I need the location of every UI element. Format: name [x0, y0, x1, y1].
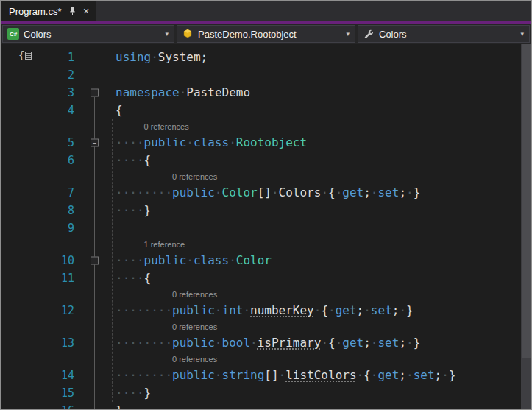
breakpoint-margin[interactable]	[1, 352, 33, 367]
outlining-margin	[80, 269, 110, 287]
breakpoint-margin[interactable]	[1, 202, 33, 219]
code-text: ····public·class·Color	[110, 252, 521, 269]
code-line[interactable]: 3−namespace·PasteDemo	[1, 84, 521, 102]
breakpoint-margin[interactable]	[1, 334, 33, 352]
line-number: 11	[33, 269, 80, 287]
breakpoint-margin[interactable]	[1, 237, 33, 252]
project-dropdown[interactable]: C# Colors ▾	[2, 25, 174, 43]
code-line[interactable]: 7········public·Color[]·Colors·{·get;·se…	[1, 184, 521, 202]
code-text: {	[110, 102, 521, 119]
codelens-references-link[interactable]: 0 references	[110, 119, 521, 134]
codelens-references-link[interactable]: 0 references	[110, 319, 521, 334]
fold-collapse-button[interactable]: −	[91, 257, 99, 265]
pin-icon[interactable]	[68, 7, 77, 15]
breakpoint-margin[interactable]	[1, 152, 33, 169]
code-token: ········	[116, 303, 172, 317]
codelens-line[interactable]: 0 references	[1, 287, 521, 302]
codelens-references-link[interactable]: 1 reference	[110, 237, 521, 252]
codelens-line[interactable]: 0 references	[1, 319, 521, 334]
breakpoint-margin[interactable]	[1, 84, 33, 102]
code-line[interactable]: 1using·System;	[1, 49, 521, 66]
breakpoint-margin[interactable]	[1, 219, 33, 237]
breakpoint-margin[interactable]	[1, 134, 33, 152]
breakpoint-margin[interactable]	[1, 66, 33, 84]
code-token: namespace	[116, 85, 180, 99]
codelens-references-link[interactable]: 0 references	[110, 287, 521, 302]
code-line[interactable]: 2	[1, 66, 521, 84]
type-dropdown-label: PasteDemo.Rootobject	[198, 29, 297, 40]
codelens-references-link[interactable]: 0 references	[110, 169, 521, 184]
code-token: ;	[399, 185, 406, 199]
breakpoint-margin[interactable]	[1, 302, 33, 319]
navigation-bar: C# Colors ▾ PasteDemo.Rootobject ▾ Color…	[1, 24, 531, 44]
tab-program-cs[interactable]: Program.cs* ✕	[1, 1, 96, 21]
code-line[interactable]: 14········public·string[]·listColors·{·g…	[1, 367, 521, 384]
line-number: 6	[33, 152, 80, 169]
breakpoint-margin[interactable]	[1, 184, 33, 202]
breakpoint-margin[interactable]	[1, 319, 33, 334]
code-token: ·	[399, 303, 406, 317]
chevron-down-icon[interactable]: ▾	[344, 31, 351, 38]
breakpoint-margin[interactable]	[1, 252, 33, 269]
codelens-line[interactable]: 0 references	[1, 119, 521, 134]
outlining-margin: −	[80, 252, 110, 269]
close-icon[interactable]: ✕	[83, 7, 90, 15]
breakpoint-margin[interactable]	[1, 402, 33, 409]
code-line[interactable]: 11····{	[1, 269, 521, 287]
code-text	[110, 219, 521, 237]
margin-structure-icon[interactable]: {	[18, 50, 32, 60]
fold-collapse-button[interactable]: −	[91, 89, 99, 97]
fold-collapse-button[interactable]: −	[91, 139, 99, 147]
breakpoint-margin[interactable]	[1, 169, 33, 184]
code-token: ·	[243, 303, 250, 317]
code-line[interactable]: 5−····public·class·Rootobject	[1, 134, 521, 152]
code-token: public	[144, 135, 187, 149]
codelens-line[interactable]: 1 reference	[1, 237, 521, 252]
property-wrench-icon	[363, 28, 375, 40]
code-text: ····}	[110, 202, 521, 219]
line-number	[33, 319, 80, 334]
member-dropdown[interactable]: Colors ▾	[358, 25, 530, 43]
breakpoint-margin[interactable]	[1, 119, 33, 134]
code-line[interactable]: 4{	[1, 102, 521, 119]
codelens-line[interactable]: 0 references	[1, 352, 521, 367]
code-token: {	[328, 336, 336, 350]
type-dropdown[interactable]: PasteDemo.Rootobject ▾	[177, 25, 355, 43]
scrollbar-thumb[interactable]	[522, 44, 531, 358]
codelens-references-link[interactable]: 0 references	[110, 352, 521, 367]
code-token: ·	[272, 185, 279, 199]
outlining-margin	[80, 319, 110, 334]
code-line[interactable]: 13········public·bool·isPrimary·{·get;·s…	[1, 334, 521, 352]
line-number: 9	[33, 219, 80, 237]
chevron-down-icon[interactable]: ▾	[163, 31, 170, 38]
breakpoint-margin[interactable]	[1, 367, 33, 384]
breakpoint-margin[interactable]	[1, 269, 33, 287]
vertical-scrollbar[interactable]	[521, 44, 531, 409]
code-token: []	[258, 185, 272, 199]
code-line[interactable]: 6····{	[1, 152, 521, 169]
code-line[interactable]: 8····}	[1, 202, 521, 219]
code-line[interactable]: 12········public·int·numberKey·{·get;·se…	[1, 302, 521, 319]
tab-bar: Program.cs* ✕	[1, 1, 531, 21]
codelens-line[interactable]: 0 references	[1, 169, 521, 184]
code-token: ·	[151, 50, 158, 64]
code-line[interactable]: 15····}	[1, 384, 521, 402]
breakpoint-margin[interactable]	[1, 102, 33, 119]
code-token: ····	[116, 203, 144, 217]
code-line[interactable]: 10−····public·class·Color	[1, 252, 521, 269]
code-token: public	[144, 253, 187, 267]
code-line[interactable]: 9	[1, 219, 521, 237]
code-text: ····{	[110, 152, 521, 169]
chevron-down-icon[interactable]: ▾	[519, 31, 525, 38]
outlining-margin	[80, 334, 110, 352]
code-rows[interactable]: { 1using·System;23−namespace·PasteDemo4{…	[1, 44, 521, 409]
tab-title: Program.cs*	[9, 6, 62, 17]
breakpoint-margin[interactable]	[1, 384, 33, 402]
code-token: get	[342, 336, 363, 350]
code-token: ;	[435, 368, 442, 382]
code-token: Color	[236, 253, 272, 267]
code-token: []	[264, 368, 278, 382]
code-token: Colors	[279, 185, 322, 199]
code-line[interactable]: 16}	[1, 402, 521, 409]
breakpoint-margin[interactable]	[1, 287, 33, 302]
